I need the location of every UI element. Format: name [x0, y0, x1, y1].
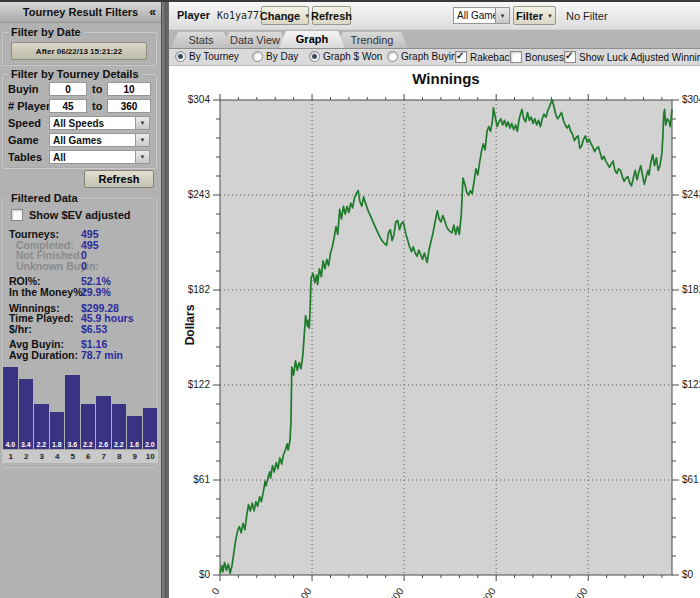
sidebar-refresh-button[interactable]: Refresh	[84, 170, 154, 188]
filtered-stat-row: Avg Duration:78.7 min	[9, 349, 153, 360]
filtered-stat-row: Winnings:$299.28	[9, 302, 153, 313]
checkbox-icon[interactable]	[455, 51, 467, 63]
date-filter-button[interactable]: After 06/22/13 15:21:22	[11, 42, 147, 60]
games-filter-select[interactable]: All Games ▼	[453, 7, 510, 24]
histogram-category-label: 6	[81, 450, 97, 463]
filtered-stat-row: Unknown Buyin:0	[9, 260, 153, 271]
by-day-label: By Day	[266, 51, 298, 62]
filtered-data-legend: Filtered Data	[8, 192, 81, 204]
chevron-down-icon[interactable]: ▼	[495, 8, 509, 23]
svg-text:$304: $304	[188, 94, 211, 105]
main-panel: Player Ko1ya777(PS) Change ▼ Refresh All…	[169, 2, 700, 598]
radio-icon[interactable]	[175, 51, 186, 62]
change-player-button[interactable]: Change ▼	[261, 6, 309, 25]
histogram-axis: 12345678910	[3, 449, 158, 463]
radio-by-day[interactable]: By Day	[252, 51, 298, 62]
svg-text:$304: $304	[682, 94, 700, 105]
players-from-input[interactable]	[49, 99, 87, 113]
histogram-bar-value: 1.8	[50, 441, 65, 448]
radio-icon[interactable]	[309, 51, 320, 62]
filter-by-tourney-details-group: Filter by Tourney Details Buyin to # Pla…	[2, 74, 157, 169]
show-ev-adjusted-checkbox[interactable]	[11, 209, 23, 221]
players-to-label: to	[92, 100, 102, 112]
stat-value: 0	[81, 260, 87, 272]
sidebar-tourney-filters: Tourney Result Filters « Filter by Date …	[0, 2, 161, 598]
chevron-down-icon[interactable]: ▼	[135, 117, 149, 129]
tables-select-value: All	[50, 152, 135, 163]
app-window: Tourney Result Filters « Filter by Date …	[0, 0, 700, 598]
histogram-category-label: 9	[127, 450, 143, 463]
filter-by-tourney-details-legend: Filter by Tourney Details	[8, 68, 142, 80]
winnings-line-chart: $0$0$61$61$122$122$182$182$243$243$304$3…	[169, 66, 700, 598]
histogram-bar: 2.6	[96, 396, 111, 449]
winnings-chart-area: Winnings Dollars $0$0$61$61$122$122$182$…	[169, 66, 700, 598]
chevron-down-icon[interactable]: ▼	[135, 134, 149, 146]
filtered-stat-row: Time Played:45.9 hours	[9, 312, 153, 323]
game-select[interactable]: All Games ▼	[49, 133, 150, 147]
filter-status: No Filter	[566, 10, 608, 22]
filter-button-label: Filter	[516, 10, 543, 22]
checkbox-icon[interactable]	[510, 51, 522, 63]
checkbox-bonuses[interactable]: Bonuses	[510, 51, 564, 63]
radio-graph-won[interactable]: Graph $ Won	[309, 51, 382, 62]
tables-select[interactable]: All ▼	[49, 150, 150, 164]
histogram-bar-value: 3.6	[65, 441, 80, 448]
tab-bar: StatsData ViewGraphTrending	[169, 29, 700, 49]
svg-text:$0: $0	[199, 569, 211, 580]
game-label: Game	[8, 134, 39, 146]
radio-graph-buyins[interactable]: Graph Buyins	[387, 51, 462, 62]
tab-graph[interactable]: Graph	[279, 31, 345, 48]
radio-icon[interactable]	[387, 51, 398, 62]
tables-row: Tables All ▼	[8, 150, 152, 165]
chevron-down-icon[interactable]: ▼	[135, 151, 149, 163]
graph-options-row: By Tourney By Day Graph $ Won Graph Buyi…	[169, 49, 700, 66]
radio-by-tourney[interactable]: By Tourney	[175, 51, 239, 62]
tab-stats[interactable]: Stats	[171, 32, 231, 48]
checkbox-rakeback[interactable]: Rakeback	[455, 51, 514, 63]
histogram-bar-value: 1.6	[127, 441, 142, 448]
svg-text:$182: $182	[682, 284, 700, 295]
histogram-bar: 3.4	[19, 379, 34, 449]
players-to-input[interactable]	[107, 99, 151, 113]
refresh-button[interactable]: Refresh	[312, 6, 351, 25]
stat-label: In the Money%:	[9, 286, 86, 298]
buyin-to-input[interactable]	[107, 82, 151, 96]
filtered-stat-row: Completed:495	[9, 239, 153, 250]
tab-trending[interactable]: Trending	[336, 32, 408, 48]
filter-button[interactable]: Filter ▼	[513, 6, 556, 25]
buyin-to-label: to	[92, 83, 102, 95]
filtered-stat-row: Avg Buyin:$1.16	[9, 338, 153, 349]
checkbox-luck-adjusted[interactable]: Show Luck Adjusted Winnings	[564, 51, 700, 63]
buyin-from-input[interactable]	[49, 82, 87, 96]
svg-text:$0: $0	[682, 569, 694, 580]
checkbox-icon[interactable]	[564, 51, 576, 63]
player-toolbar: Player Ko1ya777(PS) Change ▼ Refresh All…	[169, 2, 700, 30]
game-row: Game All Games ▼	[8, 133, 152, 148]
histogram-bar: 2.0	[143, 408, 158, 449]
sidebar-header: Tourney Result Filters «	[0, 2, 161, 23]
tab-data-view[interactable]: Data View	[222, 32, 288, 48]
filter-by-date-group: Filter by Date After 06/22/13 15:21:22	[2, 32, 157, 66]
histogram-bar-value: 2.2	[112, 441, 127, 448]
tourney-histogram: 4.03.42.21.83.62.22.62.21.62.0 123456789…	[3, 364, 158, 463]
filtered-stat-row: In the Money%:29.9%	[9, 286, 153, 297]
histogram-bar: 3.6	[65, 375, 80, 449]
svg-text:200: 200	[387, 585, 406, 598]
histogram-category-label: 10	[143, 450, 159, 463]
speed-row: Speed All Speeds ▼	[8, 116, 152, 131]
rakeback-label: Rakeback	[470, 52, 514, 63]
svg-text:300: 300	[479, 585, 498, 598]
collapse-sidebar-icon[interactable]: «	[149, 2, 156, 22]
filter-by-date-legend: Filter by Date	[8, 26, 84, 38]
svg-text:$61: $61	[682, 474, 699, 485]
filtered-stat-row: Tourneys:495	[9, 228, 153, 239]
radio-icon[interactable]	[252, 51, 263, 62]
filtered-stat-row: ROI%:52.1%	[9, 275, 153, 286]
graph-buyins-label: Graph Buyins	[401, 51, 462, 62]
histogram-category-label: 2	[19, 450, 35, 463]
games-filter-value: All Games	[454, 10, 495, 21]
change-player-label: Change	[260, 10, 300, 22]
histogram-bar-value: 2.6	[96, 441, 111, 448]
stat-value: 78.7 min	[81, 349, 123, 361]
speed-select[interactable]: All Speeds ▼	[49, 116, 150, 130]
